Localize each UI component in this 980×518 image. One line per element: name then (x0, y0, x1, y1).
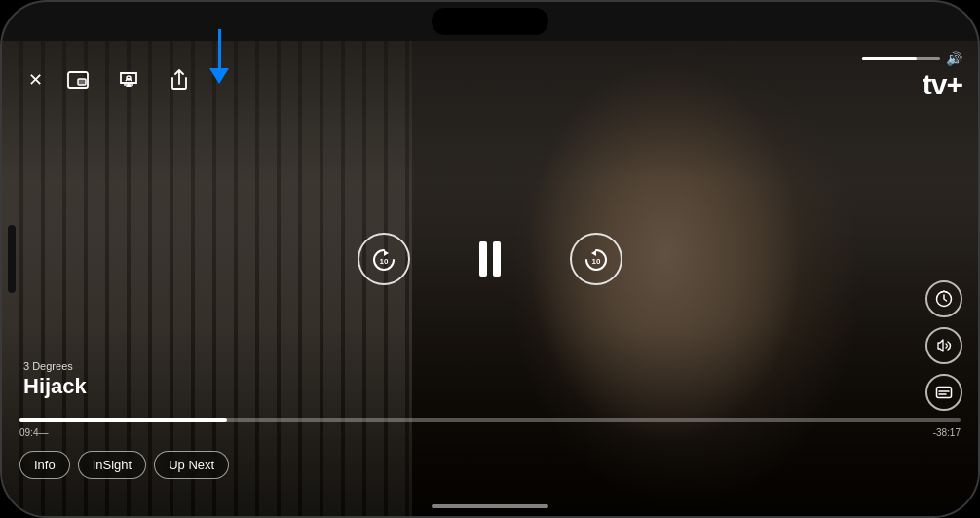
show-title: Hijack (23, 374, 87, 399)
forward-circle: 10 (570, 233, 622, 285)
close-button[interactable]: ✕ (18, 62, 53, 97)
time-labels: 09:4— -38:17 (19, 427, 961, 438)
pause-bar-left (479, 241, 487, 277)
rewind-circle: 10 (358, 233, 410, 285)
tab-info-label: Info (34, 458, 56, 472)
progress-fill (19, 418, 227, 422)
playback-controls: 10 10 (358, 233, 622, 285)
right-controls (925, 280, 962, 411)
appletv-brand: tv+ (921, 68, 962, 101)
elapsed-time: 09:4— (19, 427, 48, 438)
dynamic-island (432, 8, 548, 35)
share-button[interactable] (162, 62, 197, 97)
tab-up-next-label: Up Next (169, 458, 214, 472)
top-bar (2, 2, 978, 41)
volume-fill (862, 57, 917, 60)
camera-cutout (8, 225, 16, 293)
speed-button[interactable] (925, 280, 962, 317)
audio-button[interactable] (925, 327, 962, 364)
svg-text:10: 10 (380, 257, 389, 266)
pip-button[interactable] (60, 62, 95, 97)
volume-bar (862, 57, 940, 60)
arrow-line (218, 29, 221, 68)
pause-button[interactable] (469, 238, 511, 280)
tab-up-next[interactable]: Up Next (154, 451, 229, 479)
apple-tv-logo: 🔊 tv+ (862, 51, 962, 101)
forward-icon: 10 (582, 244, 611, 274)
progress-bar[interactable] (19, 418, 961, 422)
pip-icon (67, 71, 89, 89)
svg-rect-1 (78, 79, 86, 85)
tab-info[interactable]: Info (19, 451, 70, 479)
subtitles-icon (935, 384, 953, 401)
share-icon (170, 69, 188, 91)
svg-rect-6 (937, 388, 952, 398)
audio-icon (935, 337, 953, 354)
volume-control[interactable]: 🔊 (862, 51, 962, 66)
tv-plus-text: tv+ (923, 68, 962, 101)
forward-button[interactable]: 10 (570, 233, 622, 285)
rewind-button[interactable]: 10 (358, 233, 410, 285)
top-icon-group (60, 62, 197, 97)
close-icon: ✕ (28, 69, 43, 91)
rewind-icon: 10 (369, 244, 398, 274)
tab-insight[interactable]: InSight (78, 451, 146, 479)
bottom-tabs: Info InSight Up Next (19, 451, 229, 479)
arrow-head (209, 68, 229, 84)
progress-area: 09:4— -38:17 (19, 418, 961, 438)
show-subtitle: 3 Degrees (23, 360, 87, 372)
blue-arrow-indicator (209, 29, 229, 84)
airplay-button[interactable] (111, 62, 146, 97)
phone-frame: ✕ (0, 0, 980, 518)
tab-insight-label: InSight (93, 458, 132, 472)
remaining-time: -38:17 (933, 427, 961, 438)
top-controls-bar: ✕ (2, 51, 978, 109)
speed-icon (935, 290, 953, 308)
svg-text:10: 10 (592, 257, 601, 266)
pause-bar-right (493, 241, 501, 277)
volume-icon: 🔊 (946, 51, 962, 66)
show-info: 3 Degrees Hijack (23, 360, 87, 399)
subtitles-button[interactable] (925, 374, 962, 411)
home-indicator[interactable] (432, 504, 548, 508)
airplay-icon (119, 71, 138, 89)
